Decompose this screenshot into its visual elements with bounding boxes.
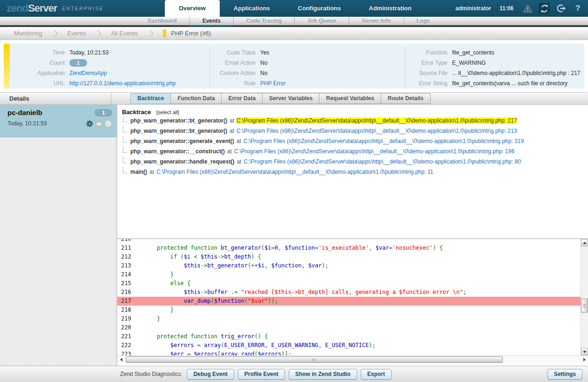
logo-zend: zend — [7, 2, 28, 14]
refresh-icon[interactable] — [539, 3, 550, 14]
breadcrumb-item-monitoring[interactable]: Monitoring — [14, 30, 42, 37]
main-tab-applications[interactable]: Applications — [220, 0, 284, 17]
info-label: Custom Action — [210, 70, 256, 76]
backtrace-file-link[interactable]: C:\Program Files (x86)\Zend\ZendServer\d… — [234, 148, 514, 155]
subnav-tab-code-tracing[interactable]: Code Tracing — [233, 17, 294, 25]
topbar-right: administrator 11:06 ? — [455, 0, 583, 17]
event-time-label: Today, 10:21:53 — [7, 120, 47, 127]
backtrace-at-word: at — [230, 117, 234, 124]
info-value: No — [260, 70, 267, 76]
backtrace-at-word: at — [237, 158, 241, 165]
detail-tab-route-details[interactable]: Route Details — [381, 93, 431, 104]
subnav-tab-server-info[interactable]: Server Info — [349, 17, 404, 25]
info-value-link[interactable]: PHP Error — [260, 80, 285, 87]
diagnostics-buttons: Debug EventProfile EventShow in Zend Stu… — [187, 369, 395, 380]
scroll-left-button[interactable] — [117, 356, 125, 363]
code-line: 211 protected function bt_generator($i=0… — [117, 244, 581, 252]
select-all-link[interactable]: [select all] — [156, 109, 179, 115]
code-line: 220 — [117, 323, 581, 332]
count-badge: 1 — [69, 59, 87, 67]
backtrace-file-link[interactable]: C:\Program Files (x86)\Zend\ZendServer\d… — [156, 169, 433, 175]
show-in-zend-studio-button[interactable]: Show in Zend Studio — [289, 369, 357, 380]
main-tab-configurations[interactable]: Configurations — [284, 0, 355, 17]
backtrace-panel: Backtrace [select all] php_warn_generato… — [117, 105, 588, 239]
code-text: } — [143, 314, 160, 323]
event-list-item[interactable]: pc-danielb 1 Today, 10:21:53 — [0, 105, 117, 137]
line-number: 217 — [117, 297, 143, 306]
backtrace-file-link[interactable]: C:\Program Files (x86)\Zend\ZendServer\d… — [237, 117, 517, 124]
info-row-url: URLhttp://127.0.0.1/demo-application/mtr… — [10, 78, 210, 89]
breadcrumb-item-events[interactable]: Events — [68, 30, 86, 37]
subnav-tab-logs[interactable]: Logs — [404, 17, 443, 25]
settings-button[interactable]: Settings — [547, 369, 582, 380]
main-tab-overview[interactable]: Overview — [165, 0, 220, 17]
backtrace-entry: php_warn_generator::handle_request()atC:… — [122, 157, 588, 167]
line-number: 213 — [117, 261, 143, 270]
backtrace-at-word: at — [149, 169, 154, 175]
info-row-application: ApplicationZendDemoApp — [10, 68, 210, 78]
code-line: 218 } — [117, 306, 581, 314]
vertical-scroll-thumb[interactable] — [581, 299, 588, 313]
code-text: } — [143, 270, 174, 279]
tree-branch-icon — [123, 147, 128, 154]
main-tab-administration[interactable]: Administration — [355, 0, 426, 17]
detail-tab-request-variables[interactable]: Request Variables — [319, 93, 381, 104]
code-line: 213 $this->bt_generator(++$i, $function,… — [117, 261, 581, 270]
line-number: 216 — [117, 288, 143, 297]
detail-tab-backtrace[interactable]: Backtrace — [130, 93, 171, 104]
subnav-tab-job-queue[interactable]: Job Queue — [294, 17, 349, 25]
line-number: 218 — [117, 306, 143, 314]
scroll-up-button[interactable] — [581, 239, 588, 246]
info-group-general: TimeToday, 10:21:53Count1ApplicationZend… — [4, 47, 210, 89]
line-number: 214 — [117, 270, 143, 279]
code-line: 217 var_dump($function("$var")); — [117, 297, 581, 306]
logout-icon[interactable] — [555, 3, 567, 14]
code-viewer: 210211 protected function bt_generator($… — [117, 239, 588, 363]
gear-icon[interactable] — [85, 119, 94, 128]
info-label: Code Trace — [210, 49, 256, 56]
diagnostics-footer: Zend Studio Diagnostics: Debug EventProf… — [0, 366, 588, 382]
detail-content: Backtrace [select all] php_warn_generato… — [117, 105, 588, 366]
alert-icon[interactable] — [522, 3, 533, 14]
info-value-link[interactable]: ZendDemoApp — [69, 70, 107, 76]
line-number: 210 — [117, 239, 143, 244]
breadcrumb-item-all-events[interactable]: All Events — [111, 30, 138, 37]
backtrace-file-link[interactable]: C:\Program Files (x86)\Zend\ZendServer\d… — [243, 158, 521, 165]
subnav-tab-dashboard[interactable]: Dashboard — [135, 17, 189, 25]
export-button[interactable]: Export — [361, 369, 392, 380]
backtrace-function: php_warn_generator::__construct() — [130, 148, 225, 155]
backtrace-title: Backtrace — [122, 109, 151, 116]
detail-tab-function-data[interactable]: Function Data — [170, 93, 222, 104]
scroll-right-button[interactable] — [581, 356, 588, 363]
info-label: Error Type — [406, 60, 447, 66]
breadcrumb-chevron-icon — [95, 30, 101, 36]
horizontal-scrollbar[interactable] — [117, 355, 588, 363]
info-row-error-type: Error TypeE_WARNING — [406, 58, 584, 68]
help-icon[interactable]: ? — [572, 3, 583, 14]
debug-event-button[interactable]: Debug Event — [187, 369, 234, 380]
mail-icon[interactable] — [95, 119, 103, 128]
info-value-link[interactable]: http://127.0.0.1/demo-application/mtrig.… — [69, 80, 176, 87]
backtrace-file-link[interactable]: C:\Program Files (x86)\Zend\ZendServer\d… — [243, 138, 524, 144]
info-row-rule: RulePHP Error — [210, 78, 405, 89]
detail-tab-error-data[interactable]: Error Data — [221, 93, 263, 104]
details-header: Details BacktraceFunction DataError Data… — [0, 92, 588, 105]
profile-event-button[interactable]: Profile Event — [238, 369, 285, 380]
subnav-tab-events[interactable]: Events — [189, 17, 233, 25]
horizontal-scroll-thumb[interactable] — [126, 356, 503, 363]
scroll-down-button[interactable] — [581, 348, 588, 355]
info-value: file_get_contents — [452, 49, 494, 56]
code-text: protected function trig_error() { — [143, 332, 268, 341]
code-text: } — [143, 306, 174, 314]
main-nav-tabs: OverviewApplicationsConfigurationsAdmini… — [165, 0, 426, 17]
info-label: URL — [10, 80, 65, 87]
info-value: ... lt__\0\demo-application\1.0\public\m… — [452, 70, 581, 76]
logo-server: Server — [28, 2, 57, 14]
event-info-panel: TimeToday, 10:21:53Count1ApplicationZend… — [4, 44, 584, 89]
info-label: Error String — [406, 80, 447, 87]
vertical-scrollbar[interactable] — [581, 239, 588, 355]
detail-tab-server-variables[interactable]: Server Variables — [262, 93, 319, 104]
globe-icon[interactable] — [104, 119, 112, 128]
backtrace-file-link[interactable]: C:\Program Files (x86)\Zend\ZendServer\d… — [237, 128, 517, 134]
right-arrow-icon — [583, 358, 586, 362]
